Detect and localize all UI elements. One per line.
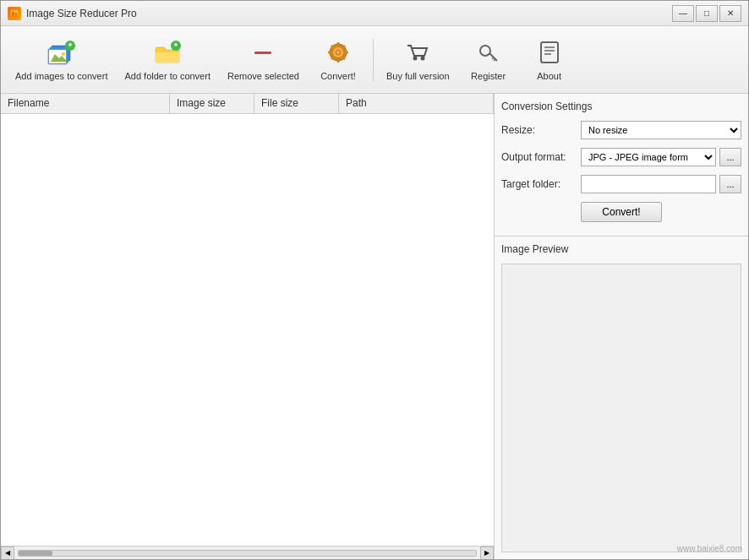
- conversion-settings-panel: Conversion Settings Resize: No resize Ou…: [495, 94, 748, 237]
- target-folder-browse-button[interactable]: ...: [719, 175, 741, 193]
- window-controls: — □ ✕: [672, 5, 741, 22]
- svg-rect-3: [15, 13, 17, 15]
- register-label: Register: [471, 71, 506, 82]
- convert-icon: [323, 37, 353, 68]
- image-preview-title: Image Preview: [501, 243, 741, 255]
- cart-icon: [402, 37, 433, 68]
- output-format-row: Output format: JPG - JPEG image form ...: [501, 148, 741, 166]
- key-icon: [473, 37, 504, 68]
- app-icon: [8, 7, 21, 20]
- file-list-panel: Filename Image size File size Path ◀ ▶: [1, 94, 495, 559]
- add-folder-button[interactable]: Add folder to convert: [117, 31, 218, 89]
- main-window: Image Size Reducer Pro — □ ✕: [0, 0, 749, 560]
- svg-rect-35: [541, 42, 558, 63]
- target-folder-row: Target folder: ...: [501, 175, 741, 193]
- register-button[interactable]: Register: [459, 31, 518, 89]
- toolbar: Add images to convert Add folder to conv…: [1, 26, 748, 94]
- convert-toolbar-button[interactable]: Convert!: [309, 31, 368, 89]
- window-title: Image Size Reducer Pro: [26, 8, 137, 19]
- col-header-filename[interactable]: Filename: [1, 94, 170, 113]
- svg-line-33: [494, 59, 495, 61]
- about-icon: [534, 37, 565, 68]
- buy-label: Buy full version: [386, 71, 450, 82]
- scroll-track[interactable]: [18, 550, 477, 557]
- add-images-button[interactable]: Add images to convert: [8, 31, 115, 89]
- svg-rect-22: [345, 51, 348, 53]
- scroll-thumb[interactable]: [19, 551, 52, 556]
- image-preview-panel: Image Preview: [495, 237, 748, 559]
- svg-rect-15: [175, 43, 177, 46]
- add-images-label: Add images to convert: [15, 71, 107, 82]
- buy-button[interactable]: Buy full version: [379, 31, 457, 89]
- about-label: About: [537, 71, 561, 82]
- svg-rect-16: [254, 52, 271, 54]
- right-panel: Conversion Settings Resize: No resize Ou…: [495, 94, 748, 559]
- watermark: www.baixie8.com: [677, 544, 742, 553]
- add-images-icon: [46, 37, 77, 68]
- remove-selected-label: Remove selected: [227, 71, 299, 82]
- svg-rect-20: [336, 59, 339, 63]
- col-header-image-size[interactable]: Image size: [170, 94, 254, 113]
- svg-rect-2: [12, 12, 14, 15]
- col-header-path[interactable]: Path: [339, 94, 494, 113]
- svg-point-31: [480, 46, 490, 56]
- svg-point-28: [336, 51, 340, 54]
- svg-point-9: [62, 52, 65, 56]
- close-button[interactable]: ✕: [719, 5, 741, 22]
- svg-line-34: [492, 57, 494, 59]
- output-format-browse-button[interactable]: ...: [719, 148, 741, 166]
- convert-button[interactable]: Convert!: [581, 202, 661, 222]
- svg-rect-12: [69, 43, 71, 46]
- title-bar-left: Image Size Reducer Pro: [8, 7, 137, 20]
- svg-rect-21: [328, 51, 331, 53]
- file-list-body[interactable]: [1, 114, 494, 546]
- file-list-header: Filename Image size File size Path: [1, 94, 494, 114]
- output-format-select[interactable]: JPG - JPEG image form: [581, 148, 716, 166]
- resize-label: Resize:: [501, 124, 577, 136]
- add-folder-label: Add folder to convert: [124, 71, 210, 82]
- add-folder-icon: [152, 37, 183, 68]
- resize-row: Resize: No resize: [501, 121, 741, 139]
- remove-icon: [248, 37, 278, 68]
- horizontal-scrollbar[interactable]: ◀ ▶: [1, 546, 494, 559]
- col-header-file-size[interactable]: File size: [254, 94, 339, 113]
- resize-select[interactable]: No resize: [581, 121, 741, 139]
- svg-point-30: [421, 56, 425, 60]
- scroll-right-arrow[interactable]: ▶: [480, 546, 494, 560]
- svg-point-29: [413, 56, 418, 60]
- scroll-left-arrow[interactable]: ◀: [1, 546, 14, 560]
- toolbar-separator: [373, 39, 374, 81]
- target-folder-label: Target folder:: [501, 178, 577, 190]
- convert-label: Convert!: [320, 71, 356, 82]
- about-button[interactable]: About: [520, 31, 579, 89]
- main-content: Filename Image size File size Path ◀ ▶ C…: [1, 94, 748, 559]
- conversion-settings-title: Conversion Settings: [501, 101, 741, 112]
- maximize-button[interactable]: □: [696, 5, 718, 22]
- svg-rect-19: [336, 42, 339, 46]
- preview-area: [501, 264, 741, 552]
- remove-selected-button[interactable]: Remove selected: [220, 31, 307, 89]
- title-bar: Image Size Reducer Pro — □ ✕: [1, 1, 748, 26]
- minimize-button[interactable]: —: [672, 5, 694, 22]
- output-format-label: Output format:: [501, 151, 577, 163]
- target-folder-input[interactable]: [581, 175, 716, 193]
